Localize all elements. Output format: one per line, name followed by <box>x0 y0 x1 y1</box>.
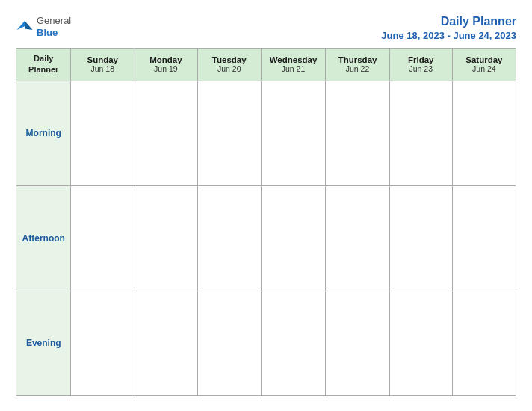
day-name-saturday: Saturday <box>456 55 513 64</box>
day-date-thursday: Jun 22 <box>329 64 386 73</box>
afternoon-wednesday-cell[interactable] <box>261 186 326 291</box>
logo-text: General Blue <box>37 15 71 38</box>
day-name-sunday: Sunday <box>74 55 131 64</box>
morning-thursday-cell[interactable] <box>326 81 389 185</box>
day-name-friday: Friday <box>393 55 449 64</box>
day-date-monday: Jun 19 <box>137 64 194 73</box>
evening-wednesday-cell[interactable] <box>261 291 326 395</box>
afternoon-friday-cell[interactable] <box>389 186 452 291</box>
logo-general: General <box>37 15 71 27</box>
afternoon-thursday-cell[interactable] <box>326 186 389 291</box>
morning-friday-cell[interactable] <box>389 81 452 185</box>
morning-row: Morning <box>16 81 516 185</box>
day-date-wednesday: Jun 21 <box>265 64 323 73</box>
evening-tuesday-cell[interactable] <box>197 291 261 395</box>
evening-label: Evening <box>16 291 71 395</box>
afternoon-sunday-cell[interactable] <box>71 186 134 291</box>
morning-wednesday-cell[interactable] <box>261 81 326 185</box>
day-name-monday: Monday <box>137 55 194 64</box>
evening-monday-cell[interactable] <box>134 291 198 395</box>
page: General Blue Daily Planner June 18, 2023… <box>8 7 524 404</box>
evening-sunday-cell[interactable] <box>71 291 134 395</box>
logo-blue: Blue <box>37 27 71 39</box>
header-monday: Monday Jun 19 <box>134 49 198 81</box>
day-date-friday: Jun 23 <box>393 64 449 73</box>
morning-saturday-cell[interactable] <box>452 81 516 185</box>
calendar-table: Daily Planner Sunday Jun 18 Monday Jun 1… <box>16 48 516 396</box>
day-name-thursday: Thursday <box>329 55 386 64</box>
title-area: Daily Planner June 18, 2023 - June 24, 2… <box>381 15 516 42</box>
header-thursday: Thursday Jun 22 <box>326 49 389 81</box>
header-friday: Friday Jun 23 <box>389 49 452 81</box>
day-name-tuesday: Tuesday <box>201 55 258 64</box>
header-row: Daily Planner Sunday Jun 18 Monday Jun 1… <box>16 49 516 81</box>
evening-thursday-cell[interactable] <box>326 291 389 395</box>
morning-label: Morning <box>16 81 71 185</box>
header-tuesday: Tuesday Jun 20 <box>197 49 261 81</box>
general-blue-bird-icon <box>16 18 34 36</box>
main-title: Daily Planner <box>441 15 516 28</box>
afternoon-tuesday-cell[interactable] <box>197 186 261 291</box>
afternoon-row: Afternoon <box>16 186 516 291</box>
evening-row: Evening <box>16 291 516 395</box>
header-label-text: Daily Planner <box>28 54 58 74</box>
afternoon-monday-cell[interactable] <box>134 186 198 291</box>
evening-friday-cell[interactable] <box>389 291 452 395</box>
header-saturday: Saturday Jun 24 <box>452 49 516 81</box>
morning-monday-cell[interactable] <box>134 81 198 185</box>
day-date-tuesday: Jun 20 <box>201 64 258 73</box>
svg-marker-1 <box>25 21 32 30</box>
afternoon-label: Afternoon <box>16 186 71 291</box>
afternoon-saturday-cell[interactable] <box>452 186 516 291</box>
day-date-saturday: Jun 24 <box>456 64 513 73</box>
evening-saturday-cell[interactable] <box>452 291 516 395</box>
header-sunday: Sunday Jun 18 <box>71 49 134 81</box>
morning-tuesday-cell[interactable] <box>197 81 261 185</box>
day-name-wednesday: Wednesday <box>265 55 323 64</box>
logo-area: General Blue <box>16 15 71 38</box>
header-wednesday: Wednesday Jun 21 <box>261 49 326 81</box>
date-range: June 18, 2023 - June 24, 2023 <box>381 30 516 41</box>
day-date-sunday: Jun 18 <box>74 64 131 73</box>
morning-sunday-cell[interactable] <box>71 81 134 185</box>
top-header: General Blue Daily Planner June 18, 2023… <box>16 15 516 42</box>
header-daily-planner: Daily Planner <box>16 49 71 81</box>
